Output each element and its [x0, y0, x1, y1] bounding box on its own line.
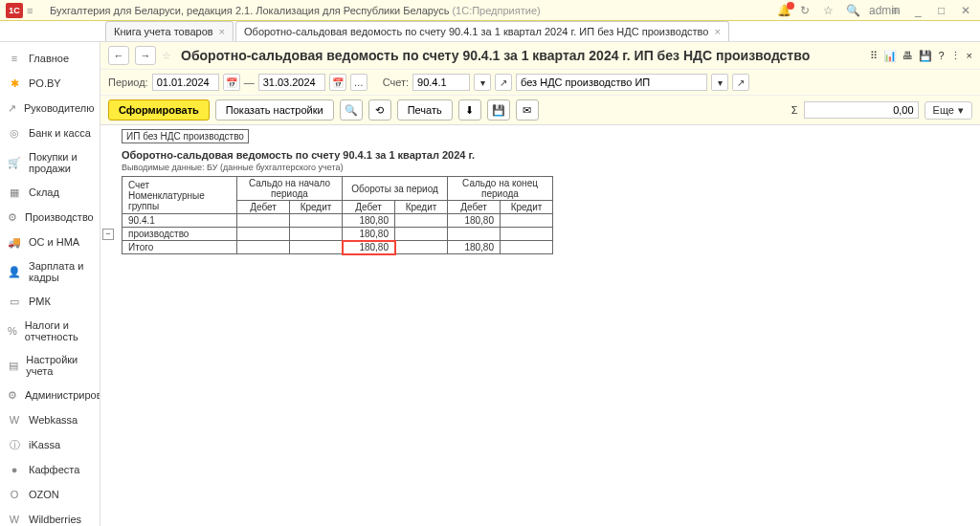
- sidebar-item[interactable]: ▭РМК: [0, 289, 100, 314]
- sidebar-item[interactable]: 🛒Покупки и продажи: [0, 145, 100, 180]
- cell: [395, 228, 448, 241]
- cell: [237, 241, 290, 254]
- close-icon[interactable]: ✕: [961, 4, 974, 17]
- sidebar-icon: ⚙: [8, 388, 17, 402]
- bell-icon[interactable]: 🔔: [777, 4, 791, 17]
- mail-icon[interactable]: ✉: [516, 99, 539, 121]
- show-settings-button[interactable]: Показать настройки: [215, 99, 334, 121]
- org-input[interactable]: [516, 74, 707, 91]
- sidebar-item-label: Производство: [25, 211, 94, 223]
- sidebar-item-label: Покупки и продажи: [29, 151, 92, 174]
- dots-icon[interactable]: ⠿: [870, 50, 878, 62]
- sidebar-item[interactable]: 🚚ОС и НМА: [0, 230, 100, 254]
- cell: [395, 214, 448, 228]
- sidebar-item[interactable]: 👤Зарплата и кадры: [0, 254, 100, 289]
- sidebar-item[interactable]: ▤Настройки учета: [0, 348, 100, 383]
- col-turnover: Обороты за период: [343, 177, 448, 201]
- sidebar-item[interactable]: ◎Банк и касса: [0, 121, 100, 145]
- sidebar-item[interactable]: ●Каффеста: [0, 457, 100, 482]
- menu-burger-icon[interactable]: ≡: [27, 5, 42, 16]
- sidebar-item[interactable]: WWildberries: [0, 507, 100, 526]
- history-icon[interactable]: ↻: [800, 4, 813, 17]
- search-icon[interactable]: 🔍: [846, 4, 859, 17]
- cell-turnover-debit: 180,80: [343, 241, 395, 254]
- print-icon[interactable]: 🖶: [902, 50, 913, 62]
- col-account: Счет: [128, 180, 231, 190]
- table-row[interactable]: Итого180,80180,80: [122, 241, 553, 254]
- account-label: Счет:: [383, 77, 409, 88]
- sidebar-icon: ▤: [8, 359, 18, 372]
- tab-close-icon[interactable]: ×: [219, 26, 225, 37]
- nav-fwd-button[interactable]: →: [135, 46, 156, 65]
- sidebar-item-label: OZON: [29, 489, 59, 500]
- close-doc-icon[interactable]: ×: [967, 50, 972, 62]
- account-input[interactable]: [412, 74, 470, 91]
- sidebar-item-label: Wildberries: [29, 514, 81, 525]
- period-label: Период:: [108, 77, 148, 88]
- col-saldo-start: Сальдо на начало периода: [237, 177, 343, 201]
- favorite-star-icon[interactable]: ☆: [162, 50, 171, 62]
- sidebar-item-label: Налоги и отчетность: [25, 319, 92, 342]
- sidebar-item[interactable]: ▦Склад: [0, 180, 100, 205]
- calendar-to-icon[interactable]: 📅: [329, 74, 346, 91]
- tab-report[interactable]: Оборотно-сальдовая ведомость по счету 90…: [235, 21, 729, 41]
- period-picker-button[interactable]: …: [350, 74, 368, 91]
- cell: [501, 228, 553, 241]
- report-org: ИП без НДС производство: [122, 129, 249, 143]
- sidebar-icon: 👤: [8, 265, 21, 278]
- more-button[interactable]: Еще▾: [924, 101, 972, 120]
- save-disk-icon[interactable]: 💾: [487, 99, 510, 121]
- sidebar-item[interactable]: OOZON: [0, 482, 100, 507]
- nav-back-button[interactable]: ←: [108, 46, 129, 65]
- sidebar-item[interactable]: %Налоги и отчетность: [0, 314, 100, 348]
- minimize-icon[interactable]: _: [915, 4, 928, 17]
- sidebar-item-label: Склад: [29, 186, 59, 198]
- sidebar-item[interactable]: ⚙Производство: [0, 205, 100, 230]
- sidebar-item[interactable]: ≡Главное: [0, 46, 100, 71]
- content-area: ← → ☆ Оборотно-сальдовая ведомость по сч…: [100, 42, 980, 526]
- account-dropdown-icon[interactable]: ▾: [474, 74, 491, 91]
- table-row[interactable]: производство180,80: [122, 228, 553, 241]
- sidebar-item[interactable]: ↗Руководителю: [0, 96, 100, 121]
- tab-book[interactable]: Книга учета товаров ×: [105, 21, 234, 41]
- date-from-input[interactable]: [152, 74, 219, 91]
- calendar-from-icon[interactable]: 📅: [223, 74, 240, 91]
- tab-close-icon[interactable]: ×: [714, 26, 720, 37]
- collapse-toggle[interactable]: −: [102, 229, 114, 240]
- print-button[interactable]: Печать: [397, 99, 453, 121]
- save-icon[interactable]: 💾: [919, 50, 932, 62]
- cell: [395, 241, 448, 254]
- sidebar-item-label: Администрирование: [25, 389, 100, 401]
- sidebar-item[interactable]: ✱PO.BY: [0, 71, 100, 96]
- org-dropdown-icon[interactable]: ▾: [711, 74, 728, 91]
- cell-end-debit: 180,80: [448, 241, 501, 254]
- form-button[interactable]: Сформировать: [108, 99, 210, 121]
- maximize-icon[interactable]: □: [938, 4, 951, 17]
- report-subtitle: Выводимые данные: БУ (данные бухгалтерск…: [100, 163, 980, 176]
- sum-input[interactable]: [804, 101, 919, 119]
- zoom-reset-icon[interactable]: ⟲: [368, 99, 391, 121]
- cell: [501, 214, 553, 228]
- table-row[interactable]: 90.4.1180,80180,80: [122, 214, 553, 228]
- doc-header: ← → ☆ Оборотно-сальдовая ведомость по сч…: [100, 42, 980, 70]
- app-topbar: 1C ≡ Бухгалтерия для Беларуси, редакция …: [0, 0, 980, 21]
- zoom-in-icon[interactable]: 🔍: [340, 99, 363, 121]
- sidebar-item[interactable]: ⚙Администрирование: [0, 383, 100, 407]
- sidebar-item[interactable]: ⓘiKassa: [0, 432, 100, 457]
- sidebar-icon: ↗: [8, 101, 16, 115]
- more-v-icon[interactable]: ⋮: [950, 50, 961, 62]
- date-to-input[interactable]: [258, 74, 325, 91]
- report-table: Счет Номенклатурные группы Сальдо на нач…: [122, 176, 553, 254]
- row-label: производство: [122, 228, 237, 241]
- sidebar-item[interactable]: WWebkassa: [0, 407, 100, 432]
- sidebar-icon: %: [8, 324, 17, 338]
- help-icon[interactable]: ?: [938, 50, 944, 62]
- account-open-icon[interactable]: ↗: [495, 74, 512, 91]
- export-icon[interactable]: ⬇: [458, 99, 481, 121]
- settings-bars-icon[interactable]: ≡: [892, 4, 905, 17]
- org-open-icon[interactable]: ↗: [732, 74, 749, 91]
- star-icon[interactable]: ☆: [823, 4, 836, 17]
- page-title: Оборотно-сальдовая ведомость по счету 90…: [181, 48, 810, 63]
- chart-icon[interactable]: 📊: [883, 50, 897, 62]
- user-label[interactable]: admin: [869, 4, 882, 17]
